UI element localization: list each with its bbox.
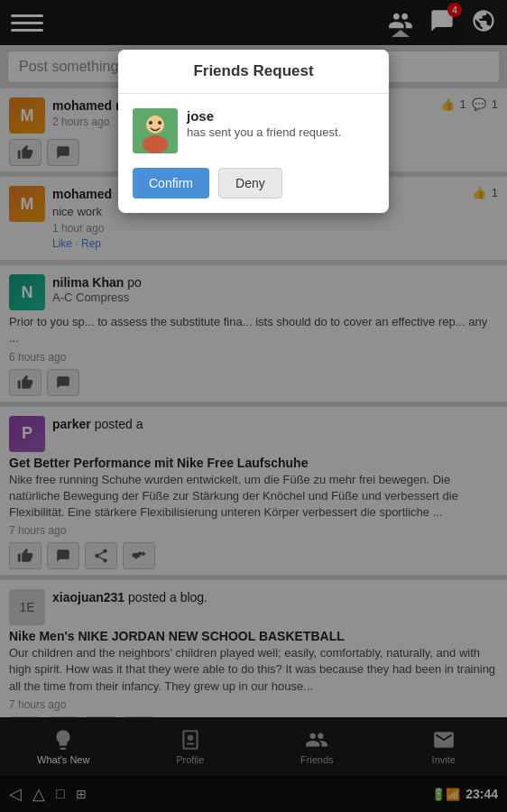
svg-point-4: [158, 121, 161, 125]
confirm-button[interactable]: Confirm: [133, 168, 209, 198]
friend-name: jose: [187, 108, 374, 124]
svg-point-2: [143, 135, 168, 153]
dialog-title: Friends Request: [118, 50, 389, 94]
dialog-overlay[interactable]: Friends Request jose has sent you a frie…: [0, 0, 507, 812]
svg-point-3: [149, 121, 152, 125]
dialog-actions: Confirm Deny: [118, 168, 389, 213]
friend-desc: has sent you a friend request.: [187, 125, 374, 139]
friend-info: jose has sent you a friend request.: [187, 108, 374, 139]
friend-avatar: [133, 108, 178, 153]
deny-button[interactable]: Deny: [218, 168, 282, 198]
friends-request-dialog: Friends Request jose has sent you a frie…: [118, 50, 389, 213]
dialog-body: jose has sent you a friend request.: [118, 94, 389, 168]
